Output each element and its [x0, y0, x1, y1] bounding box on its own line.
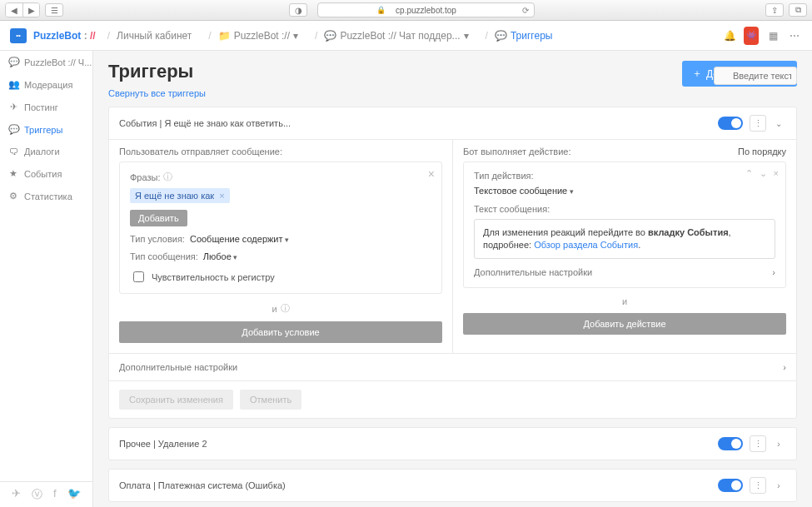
- panel-extras-row[interactable]: Дополнительные настройки ›: [109, 353, 796, 380]
- bell-icon[interactable]: 🔔: [722, 28, 737, 43]
- action-block: ⌃ ⌄ × Тип действия: Текстовое сообщение …: [463, 162, 786, 288]
- trigger-title: Оплата | Платежная система (Ошибка): [119, 480, 718, 490]
- plane-icon: ✈: [8, 102, 18, 112]
- crumb-account[interactable]: Личный кабинет: [117, 30, 192, 42]
- bubble-icon: 🗨: [8, 147, 18, 157]
- sidebar-item-posting[interactable]: ✈Постинг: [0, 96, 92, 118]
- sidebar-footer: ✈ ⓥ f 🐦: [0, 481, 92, 507]
- chevron-right-icon: ›: [772, 267, 775, 277]
- nav-buttons: ◀ ▶: [5, 2, 40, 17]
- help-icon[interactable]: ⓘ: [281, 302, 290, 315]
- sidebar-item-stats[interactable]: ⚙Статистика: [0, 185, 92, 207]
- grid-icon[interactable]: ▦: [765, 28, 780, 43]
- chip-remove-icon[interactable]: ×: [219, 191, 224, 201]
- action-extras-row[interactable]: Дополнительные настройки ›: [474, 267, 775, 277]
- sidebar-item-triggers[interactable]: 💬Триггеры: [0, 118, 92, 141]
- forward-button[interactable]: ▶: [22, 3, 39, 17]
- and-label: и: [271, 304, 276, 314]
- and-label: и: [622, 296, 627, 306]
- trigger-card: Прочее | Удаление 2 ⋮ ›: [108, 427, 797, 460]
- plus-icon: ＋: [692, 67, 702, 81]
- trigger-title: События | Я ещё не знаю как ответить...: [119, 118, 718, 128]
- avatar[interactable]: 👾: [744, 28, 759, 43]
- action-type-value[interactable]: Текстовое сообщение: [474, 186, 775, 196]
- chevron-right-icon: ›: [783, 362, 786, 372]
- chat-icon: 💬: [8, 57, 18, 67]
- order-dropdown[interactable]: По порядку: [738, 147, 786, 157]
- crumb-channel[interactable]: 💬 PuzzleBot :// Чат поддер... ▾: [324, 30, 468, 42]
- sidebar-item-channel[interactable]: 💬PuzzleBot :// Ч...: [0, 51, 92, 73]
- sidebar-toggle[interactable]: ☰: [45, 3, 63, 17]
- sidebar: 💬PuzzleBot :// Ч... 👥Модерация ✈Постинг …: [0, 51, 93, 507]
- crumb-section[interactable]: 💬 Триггеры: [495, 30, 553, 42]
- shield-icon[interactable]: ◑: [289, 3, 307, 17]
- twitter-icon[interactable]: 🐦: [67, 487, 81, 502]
- more-icon[interactable]: ⋯: [787, 28, 802, 43]
- close-icon[interactable]: ×: [428, 167, 435, 181]
- brand-name[interactable]: PuzzleBot : //: [33, 30, 96, 42]
- close-icon[interactable]: ×: [774, 168, 779, 179]
- search-input[interactable]: [714, 67, 797, 85]
- move-down-icon[interactable]: ⌄: [760, 168, 767, 179]
- move-up-icon[interactable]: ⌃: [745, 168, 753, 179]
- condition-block: × Фразы:ⓘ Я ещё не знаю как× Добавить Ти…: [119, 162, 442, 294]
- app-logo[interactable]: [10, 28, 27, 43]
- trigger-card-expanded: События | Я ещё не знаю как ответить... …: [108, 107, 797, 419]
- sidebar-item-events[interactable]: ★События: [0, 162, 92, 185]
- facebook-icon[interactable]: f: [53, 487, 57, 502]
- trigger-toggle[interactable]: [718, 479, 743, 492]
- lock-icon: 🔒: [376, 6, 386, 14]
- trigger-title: Прочее | Удаление 2: [119, 439, 718, 449]
- trigger-toggle[interactable]: [718, 437, 743, 450]
- browser-chrome: ◀ ▶ ☰ ◑ 🔒 cp.puzzlebot.top ⟳ ⇪ ⧉: [0, 0, 812, 21]
- trigger-menu-button[interactable]: ⋮: [750, 477, 766, 494]
- tabs-icon[interactable]: ⧉: [789, 3, 807, 17]
- sidebar-item-dialogs[interactable]: 🗨Диалоги: [0, 141, 92, 162]
- save-button[interactable]: Сохранить изменения: [119, 390, 233, 410]
- sidebar-item-moderation[interactable]: 👥Модерация: [0, 73, 92, 96]
- url-text: cp.puzzlebot.top: [396, 6, 456, 15]
- collapse-chevron-icon[interactable]: ⌄: [771, 119, 786, 128]
- back-button[interactable]: ◀: [6, 3, 22, 17]
- users-icon: 👥: [8, 79, 18, 90]
- trigger-toggle[interactable]: [718, 117, 743, 130]
- telegram-icon[interactable]: ✈: [12, 487, 21, 502]
- cancel-button[interactable]: Отменить: [240, 390, 301, 410]
- gear-icon: ⚙: [8, 191, 18, 201]
- expand-chevron-icon[interactable]: ›: [771, 481, 786, 490]
- help-icon[interactable]: ⓘ: [163, 171, 172, 183]
- action-header: Бот выполняет действие:: [463, 147, 570, 157]
- phrase-chip: Я ещё не знаю как×: [130, 188, 230, 203]
- collapse-all-link[interactable]: Свернуть все триггеры: [108, 88, 206, 98]
- url-bar[interactable]: 🔒 cp.puzzlebot.top ⟳: [317, 2, 535, 17]
- condition-header: Пользователь отправляет сообщение:: [119, 147, 282, 157]
- star-icon: ★: [8, 168, 18, 179]
- trigger-menu-button[interactable]: ⋮: [750, 115, 766, 132]
- trigger-card: Оплата | Платежная система (Ошибка) ⋮ ›: [108, 469, 797, 502]
- action-type-label: Тип действия:: [474, 171, 775, 181]
- add-phrase-button[interactable]: Добавить: [130, 210, 187, 226]
- trigger-menu-button[interactable]: ⋮: [750, 435, 766, 452]
- reload-icon[interactable]: ⟳: [522, 6, 529, 15]
- phrases-label: Фразы:ⓘ: [130, 171, 431, 183]
- message-type-row[interactable]: Тип сообщения:Любое: [130, 251, 431, 261]
- vk-icon[interactable]: ⓥ: [32, 487, 42, 502]
- case-sensitive-checkbox[interactable]: Чувствительность к регистру: [130, 269, 431, 285]
- message-text-box[interactable]: Для изменения реакций перейдите во вклад…: [474, 219, 775, 259]
- add-action-button[interactable]: Добавить действие: [463, 313, 786, 335]
- condition-type-row[interactable]: Тип условия:Сообщение содержит: [130, 234, 431, 244]
- add-condition-button[interactable]: Добавить условие: [119, 321, 442, 343]
- page-title: Триггеры: [108, 61, 193, 82]
- condition-column: Пользователь отправляет сообщение: × Фра…: [109, 140, 452, 353]
- crumb-project[interactable]: 📁 PuzzleBot :// ▾: [218, 30, 298, 42]
- events-overview-link[interactable]: Обзор раздела События: [534, 240, 638, 250]
- chat-icon: 💬: [8, 124, 18, 135]
- main-content: Триггеры ＋Добавить триггер Свернуть все …: [93, 51, 812, 507]
- expand-chevron-icon[interactable]: ›: [771, 440, 786, 449]
- action-column: Бот выполняет действие: По порядку ⌃ ⌄ ×…: [452, 140, 796, 353]
- share-icon[interactable]: ⇪: [765, 3, 784, 17]
- app-bar: PuzzleBot : // /Личный кабинет /📁 Puzzle…: [0, 21, 812, 51]
- message-text-label: Текст сообщения:: [474, 204, 775, 214]
- search-wrap: 🔍: [714, 67, 797, 85]
